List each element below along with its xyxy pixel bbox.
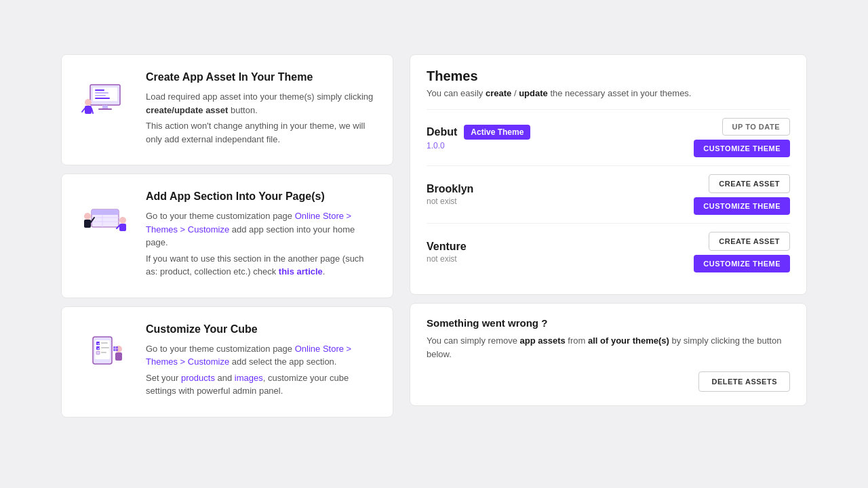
- venture-actions: CREATE ASSET CUSTOMIZE THEME: [694, 232, 790, 272]
- themes-subtitle: You can easily create / update the neces…: [427, 88, 790, 98]
- card2-p2: If you want to use this section in the a…: [146, 252, 376, 279]
- brooklyn-name-row: Brooklyn: [427, 183, 473, 195]
- theme-row-debut: Debut Active Theme 1.0.0 UP TO DATE CUST…: [427, 109, 790, 165]
- venture-create-asset-button[interactable]: CREATE ASSET: [709, 232, 790, 251]
- debut-info: Debut Active Theme 1.0.0: [427, 125, 530, 150]
- svg-rect-4: [95, 95, 106, 96]
- card3-link3[interactable]: images: [235, 373, 263, 383]
- card-add-section: Add App Section Into Your Page(s) Go to …: [61, 174, 393, 298]
- card3-title: Customize Your Cube: [146, 323, 376, 336]
- card1-illustration: [78, 71, 132, 125]
- left-panel: Create App Asset In Your Theme Load requ…: [61, 54, 393, 418]
- svg-rect-7: [98, 108, 112, 110]
- debut-name-row: Debut Active Theme: [427, 125, 530, 140]
- venture-customize-button[interactable]: CUSTOMIZE THEME: [694, 255, 790, 272]
- brooklyn-customize-button[interactable]: CUSTOMIZE THEME: [694, 197, 790, 215]
- svg-rect-31: [96, 351, 100, 354]
- svg-point-20: [119, 217, 126, 224]
- svg-point-8: [85, 99, 92, 106]
- svg-rect-9: [85, 106, 92, 114]
- svg-line-10: [82, 108, 85, 112]
- card2-content: Add App Section Into Your Page(s) Go to …: [146, 190, 376, 281]
- error-card: Something went wrong ? You can simply re…: [410, 303, 807, 406]
- card1-title: Create App Asset In Your Theme: [146, 71, 376, 83]
- venture-status: not exist: [427, 254, 467, 264]
- venture-name: Venture: [427, 241, 467, 253]
- themes-card: Themes You can easily create / update th…: [410, 54, 807, 295]
- svg-line-11: [92, 108, 93, 113]
- theme-row-brooklyn: Brooklyn not exist CREATE ASSET CUSTOMIZ…: [427, 165, 790, 223]
- card-create-asset: Create App Asset In Your Theme Load requ…: [61, 54, 393, 165]
- card1-p1: Load required app asset into your theme(…: [146, 90, 376, 117]
- svg-rect-34: [101, 352, 106, 353]
- svg-rect-13: [92, 209, 119, 215]
- error-title: Something went wrong ?: [427, 317, 790, 329]
- venture-name-row: Venture: [427, 241, 467, 253]
- debut-active-badge: Active Theme: [464, 125, 530, 140]
- card2-title: Add App Section Into Your Page(s): [146, 190, 376, 203]
- brooklyn-status: not exist: [427, 197, 473, 206]
- card2-illustration: [78, 190, 132, 245]
- venture-info: Venture not exist: [427, 241, 467, 264]
- svg-rect-5: [95, 98, 110, 99]
- card2-link2[interactable]: this article: [279, 266, 323, 277]
- brooklyn-name: Brooklyn: [427, 183, 473, 195]
- brooklyn-actions: CREATE ASSET CUSTOMIZE THEME: [694, 174, 790, 215]
- svg-rect-18: [84, 220, 91, 228]
- brooklyn-info: Brooklyn not exist: [427, 183, 473, 206]
- right-panel: Themes You can easily create / update th…: [410, 54, 807, 418]
- card3-content: Customize Your Cube Go to your theme cus…: [146, 323, 376, 401]
- card3-link2[interactable]: products: [181, 373, 215, 383]
- svg-rect-33: [101, 347, 109, 348]
- debut-up-to-date-button[interactable]: UP TO DATE: [722, 118, 790, 136]
- delete-assets-button[interactable]: DELETE ASSETS: [698, 371, 790, 392]
- svg-point-17: [84, 213, 91, 220]
- card3-p1: Go to your theme customization page Onli…: [146, 342, 376, 369]
- svg-rect-2: [95, 89, 104, 91]
- svg-rect-21: [119, 224, 126, 231]
- debut-name: Debut: [427, 126, 457, 138]
- svg-rect-36: [115, 352, 122, 361]
- brooklyn-create-asset-button[interactable]: CREATE ASSET: [709, 174, 790, 193]
- svg-rect-32: [101, 342, 108, 344]
- card2-p1: Go to your theme customization page Onli…: [146, 209, 376, 249]
- error-desc: You can simply remove app assets from al…: [427, 334, 790, 361]
- main-container: Create App Asset In Your Theme Load requ…: [61, 54, 807, 418]
- svg-rect-3: [95, 92, 108, 94]
- card3-p2: Set your products and images, customize …: [146, 371, 376, 398]
- card1-p2: This action won't change anything in you…: [146, 119, 376, 146]
- card-customize: Customize Your Cube Go to your theme cus…: [61, 306, 393, 418]
- card1-content: Create App Asset In Your Theme Load requ…: [146, 71, 376, 148]
- debut-version: 1.0.0: [427, 141, 530, 150]
- card3-illustration: [78, 323, 132, 378]
- themes-title: Themes: [427, 68, 790, 84]
- debut-customize-button[interactable]: CUSTOMIZE THEME: [694, 140, 790, 157]
- debut-actions: UP TO DATE CUSTOMIZE THEME: [694, 118, 790, 157]
- svg-rect-6: [102, 105, 108, 108]
- theme-row-venture: Venture not exist CREATE ASSET CUSTOMIZE…: [427, 223, 790, 281]
